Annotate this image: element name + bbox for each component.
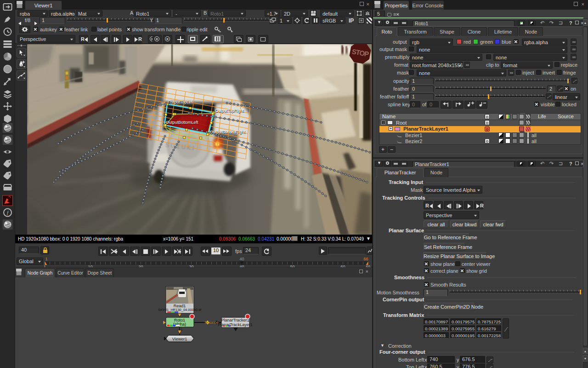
svg-text:1: 1 xyxy=(45,257,48,261)
svg-text:Viewer1: Viewer1 xyxy=(172,337,187,341)
svg-text:66: 66 xyxy=(364,257,368,261)
svg-text:OutputTopRight: OutputTopRight xyxy=(215,109,244,113)
svg-text:OutputBottomRight: OutputBottomRight xyxy=(210,130,245,134)
svg-text:f: f xyxy=(7,210,9,215)
svg-text:SKY01_HR130_04.00040.tif: SKY01_HR130_04.00040.tif xyxy=(158,308,202,312)
svg-text:1: 1 xyxy=(181,328,183,332)
svg-text:Source: Source xyxy=(204,320,219,325)
svg-text:PlanarTracker1: PlanarTracker1 xyxy=(221,318,249,322)
svg-text:(alpha): (alpha) xyxy=(173,322,186,327)
svg-text:OutputTopLeft: OutputTopLeft xyxy=(168,100,194,104)
svg-text:40: 40 xyxy=(240,257,244,261)
svg-text:OutputBottomLeft: OutputBottomLeft xyxy=(166,120,198,125)
